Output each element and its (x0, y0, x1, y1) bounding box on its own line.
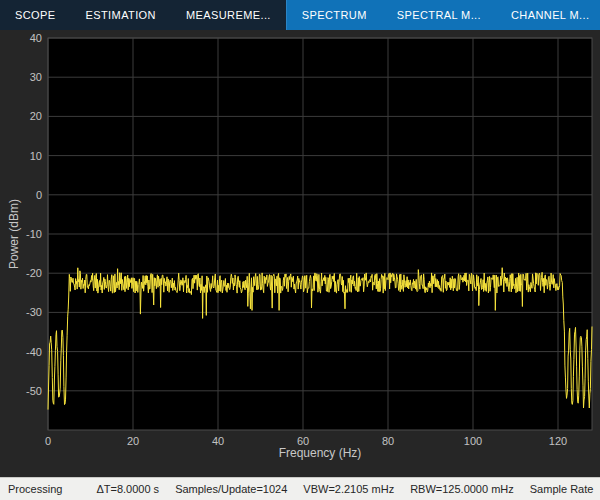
y-tick-label: -50 (26, 385, 42, 397)
spectrum-plot[interactable]: 020406080100120403020100-10-20-30-40-50 (0, 30, 600, 478)
tab-spectrum[interactable]: SPECTRUM (287, 0, 382, 30)
spectrum-analyzer-window: SCOPE ESTIMATION MEASUREME... SPECTRUM S… (0, 0, 600, 500)
tab-scope[interactable]: SCOPE (0, 0, 71, 30)
y-tick-label: -20 (26, 267, 42, 279)
y-tick-label: -10 (26, 228, 42, 240)
tab-channel-measurements[interactable]: CHANNEL M... (496, 0, 600, 30)
y-axis-label: Power (dBm) (7, 199, 21, 269)
tab-measurements[interactable]: MEASUREME... (171, 0, 286, 30)
y-tick-label: 40 (30, 32, 42, 44)
spectrum-figure: 020406080100120403020100-10-20-30-40-50 … (0, 30, 600, 478)
status-processing-label: Processing (8, 483, 62, 495)
tab-spectral-mask[interactable]: SPECTRAL M... (382, 0, 496, 30)
status-vbw: VBW=2.2105 mHz (303, 483, 394, 495)
status-bar: Processing ΔT=8.0000 s Samples/Update=10… (0, 477, 600, 500)
y-tick-label: 10 (30, 150, 42, 162)
y-tick-label: 20 (30, 110, 42, 122)
y-tick-label: -40 (26, 346, 42, 358)
tab-estimation[interactable]: ESTIMATION (71, 0, 171, 30)
y-tick-label: 0 (36, 189, 42, 201)
x-axis-label: Frequency (Hz) (48, 446, 592, 460)
status-rbw: RBW=125.0000 mHz (410, 483, 514, 495)
toolstrip-tab-bar: SCOPE ESTIMATION MEASUREME... SPECTRUM S… (0, 0, 600, 30)
y-tick-label: -30 (26, 306, 42, 318)
spectrum-tab-group: SPECTRUM SPECTRAL M... CHANNEL M... ••• (286, 0, 600, 30)
status-delta-t: ΔT=8.0000 s (96, 483, 159, 495)
y-tick-label: 30 (30, 71, 42, 83)
status-sample-rate: Sample Rate (530, 483, 594, 495)
status-metrics: ΔT=8.0000 s Samples/Update=1024 VBW=2.21… (96, 483, 600, 495)
status-samples-per-update: Samples/Update=1024 (175, 483, 287, 495)
